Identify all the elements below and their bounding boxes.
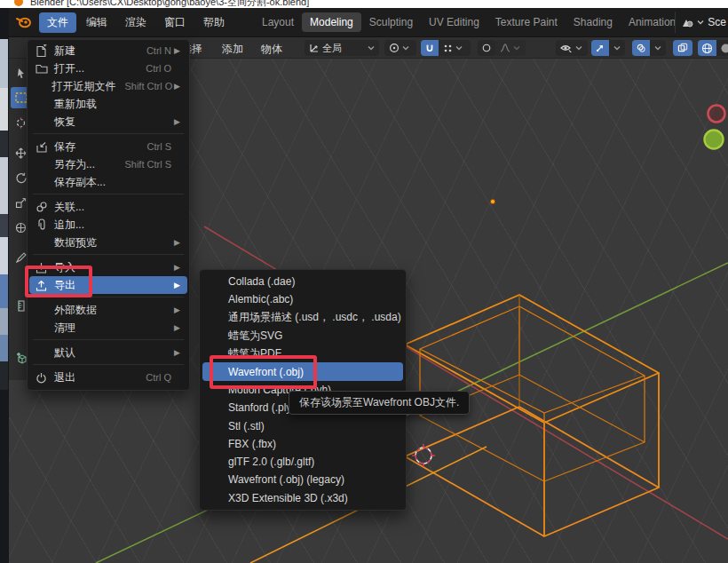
export-item-stl[interactable]: Stl (.stl) bbox=[202, 416, 403, 434]
workspace-tabs: Layout Modeling Sculpting UV Editing Tex… bbox=[254, 12, 675, 32]
menu-separator bbox=[33, 194, 184, 194]
shading-solid-button[interactable] bbox=[716, 40, 728, 56]
export-item-collada[interactable]: Collada (.dae) bbox=[202, 273, 403, 290]
scene-icon bbox=[681, 17, 693, 28]
chevron-down-icon bbox=[455, 45, 463, 51]
topbar-menu-edit[interactable]: 编辑 bbox=[78, 12, 115, 33]
scene-selector[interactable]: Sce bbox=[675, 12, 726, 33]
menu-item-revert[interactable]: 重新加载 bbox=[29, 95, 187, 113]
export-item-wavefront-legacy[interactable]: Wavefront (.obj) (legacy) bbox=[202, 471, 403, 488]
solid-sphere-icon bbox=[720, 43, 728, 54]
menu-item-new[interactable]: 新建 Ctrl N▶ bbox=[29, 42, 187, 59]
snap-settings-dropdown[interactable] bbox=[439, 40, 471, 56]
tooltip-text: 保存该场景至Wavefront OBJ文件. bbox=[299, 395, 459, 410]
desktop-fragment bbox=[0, 157, 8, 214]
export-item-wavefront-obj[interactable]: Wavefront (.obj) bbox=[202, 362, 403, 380]
power-icon bbox=[36, 372, 54, 384]
link-icon bbox=[36, 201, 54, 213]
orientation-value: 全局 bbox=[322, 42, 342, 55]
move-icon bbox=[15, 147, 27, 159]
transform-icon bbox=[15, 222, 27, 234]
measure-ruler-icon bbox=[16, 300, 27, 312]
desktop-fragment bbox=[0, 39, 8, 88]
file-menu-dropdown: 新建 Ctrl N▶ 打开... Ctrl O 打开近期文件 Shift Ctr… bbox=[27, 39, 190, 391]
menu-item-link[interactable]: 关联... bbox=[29, 198, 187, 216]
chevron-down-icon bbox=[697, 20, 704, 25]
export-item-alembic[interactable]: Alembic(.abc) bbox=[202, 290, 403, 308]
proportional-falloff-dropdown[interactable] bbox=[495, 40, 526, 56]
tab-sculpting[interactable]: Sculpting bbox=[361, 12, 421, 32]
export-item-x3d[interactable]: X3D Extensible 3D (.x3d) bbox=[202, 489, 403, 507]
blender-logo-icon[interactable] bbox=[16, 16, 32, 28]
chevron-down-icon bbox=[513, 45, 520, 51]
chevron-down-icon bbox=[402, 45, 409, 51]
falloff-curve-icon bbox=[500, 43, 510, 53]
xray-icon bbox=[677, 43, 688, 53]
tooltip: 保存该场景至Wavefront OBJ文件. bbox=[289, 391, 470, 415]
menu-item-clean-up[interactable]: 清理 ▶ bbox=[29, 319, 187, 337]
overlays-toggle[interactable] bbox=[632, 40, 650, 56]
viewport-menu-object[interactable]: 物体 bbox=[261, 42, 282, 57]
topbar-menu-render[interactable]: 渲染 bbox=[117, 12, 154, 33]
menu-item-quit[interactable]: 退出 Ctrl Q bbox=[29, 369, 187, 386]
chevron-down-icon bbox=[368, 45, 375, 51]
menu-item-data-previews[interactable]: 数据预览 ▶ bbox=[29, 234, 187, 251]
gizmos-dropdown[interactable] bbox=[609, 40, 625, 56]
annotate-pen-icon bbox=[16, 252, 27, 263]
snap-toggle[interactable] bbox=[421, 40, 439, 56]
gizmos-toggle[interactable] bbox=[591, 40, 609, 56]
tweak-cursor-icon bbox=[16, 67, 27, 79]
rotate-icon bbox=[15, 172, 27, 184]
menu-item-open-recent[interactable]: 打开近期文件 Shift Ctrl O▶ bbox=[29, 77, 187, 95]
menu-item-save-copy[interactable]: 保存副本... bbox=[29, 173, 187, 191]
overlays-dropdown[interactable] bbox=[650, 40, 666, 56]
menu-item-import[interactable]: 导入 ▶ bbox=[29, 258, 187, 276]
pivot-icon bbox=[389, 43, 400, 53]
export-item-grease-pencil-svg[interactable]: 蜡笔为SVG bbox=[202, 327, 403, 345]
xray-toggle[interactable] bbox=[673, 40, 692, 56]
desktop-fragment bbox=[0, 88, 8, 131]
overlays-icon bbox=[637, 43, 645, 53]
tab-shading[interactable]: Shading bbox=[566, 12, 621, 32]
window-title: Blender [C:\Users\CX\Desktop\gong\baoye\… bbox=[30, 0, 309, 8]
viewport-menu-add[interactable]: 添加 bbox=[222, 42, 243, 57]
transform-orientation-dropdown[interactable]: 全局 bbox=[305, 40, 379, 56]
desktop-fragment bbox=[0, 274, 8, 308]
export-item-gltf[interactable]: glTF 2.0 (.glb/.gltf) bbox=[202, 453, 403, 471]
export-item-fbx[interactable]: FBX (.fbx) bbox=[202, 435, 403, 453]
save-icon bbox=[36, 141, 54, 153]
export-item-grease-pencil-pdf[interactable]: 蜡笔为PDF bbox=[202, 345, 403, 362]
menu-item-recover[interactable]: 恢复 ▶ bbox=[29, 113, 187, 131]
menu-separator bbox=[33, 339, 184, 340]
tab-uv-editing[interactable]: UV Editing bbox=[421, 12, 487, 32]
add-cube-icon bbox=[15, 353, 28, 365]
tab-layout[interactable]: Layout bbox=[254, 12, 302, 32]
tab-texture-paint[interactable]: Texture Paint bbox=[487, 12, 566, 32]
magnet-icon bbox=[425, 43, 434, 53]
proportional-editing-toggle[interactable] bbox=[478, 40, 495, 56]
menu-item-export[interactable]: 导出 ▶ bbox=[29, 276, 187, 294]
desktop-fragment bbox=[0, 131, 8, 157]
visibility-dropdown[interactable] bbox=[556, 40, 588, 56]
menu-item-open[interactable]: 打开... Ctrl O bbox=[29, 59, 187, 77]
menu-item-external-data[interactable]: 外部数据 ▶ bbox=[29, 301, 187, 319]
tab-animation[interactable]: Animation bbox=[621, 12, 675, 32]
os-titlebar: Blender [C:\Users\CX\Desktop\gong\baoye\… bbox=[0, 0, 728, 8]
tab-modeling[interactable]: Modeling bbox=[302, 12, 361, 32]
pivot-point-dropdown[interactable] bbox=[384, 40, 416, 56]
menu-item-save[interactable]: 保存 Ctrl S bbox=[29, 138, 187, 155]
paperclip-icon bbox=[36, 218, 54, 231]
export-item-usd[interactable]: 通用场景描述 (.usd， .usdc， .usda) bbox=[202, 309, 403, 327]
file-new-icon bbox=[36, 44, 54, 57]
desktop-fragment bbox=[0, 237, 8, 274]
menu-item-append[interactable]: 追加... bbox=[29, 216, 187, 234]
topbar-menu-window[interactable]: 窗口 bbox=[156, 12, 194, 33]
menu-item-save-as[interactable]: 另存为... Shift Ctrl S bbox=[29, 155, 187, 173]
shading-wireframe-button[interactable] bbox=[698, 40, 716, 56]
desktop-fragment bbox=[0, 308, 8, 335]
wireframe-globe-icon bbox=[701, 43, 713, 54]
topbar-menu-help[interactable]: 帮助 bbox=[195, 12, 233, 33]
menu-item-defaults[interactable]: 默认 ▶ bbox=[29, 344, 187, 361]
topbar-menu-file[interactable]: 文件 bbox=[39, 12, 76, 33]
blender-logo-small-icon bbox=[14, 0, 23, 6]
